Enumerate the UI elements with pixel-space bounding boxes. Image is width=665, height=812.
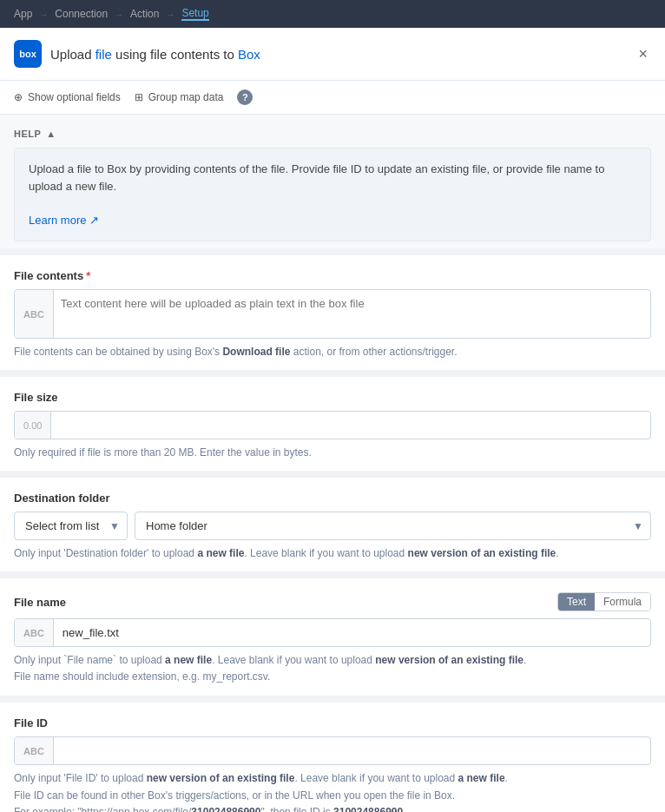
group-map-data-button[interactable]: ⊞ Group map data	[135, 88, 224, 107]
nav-arrow-2: →	[115, 10, 123, 19]
file-contents-input[interactable]	[54, 290, 650, 338]
folder-type-select-wrapper: Select from list Enter manually ▼	[14, 512, 128, 540]
file-size-section: File size 0.00 Only required if file is …	[0, 377, 665, 471]
header-title: Upload file using file contents to Box	[50, 47, 260, 62]
collapse-icon: ▲	[46, 129, 56, 139]
nav-label-action: Action	[130, 8, 159, 20]
file-contents-input-wrapper: ABC	[14, 289, 651, 339]
header-left: box Upload file using file contents to B…	[14, 40, 260, 68]
file-name-prefix: ABC	[15, 619, 54, 646]
required-indicator: *	[86, 269, 90, 282]
file-name-label: File name	[14, 596, 66, 609]
file-contents-hint: File contents can be obtained by using B…	[14, 344, 651, 360]
help-section: HELP ▲ Upload a file to Box by providing…	[0, 115, 665, 248]
nav-arrow-3: →	[166, 10, 174, 19]
nav-arrow-1: →	[39, 10, 48, 19]
divider-2	[0, 370, 665, 377]
file-id-input[interactable]	[54, 737, 650, 764]
nav-label-connection: Connection	[55, 8, 108, 20]
file-name-section: File name Text Formula ABC Only input `F…	[0, 578, 665, 696]
folder-row: Select from list Enter manually ▼ Home f…	[14, 512, 651, 540]
file-name-label-row: File name Text Formula	[14, 592, 651, 611]
divider-1	[0, 248, 665, 255]
formula-toggle-button[interactable]: Formula	[595, 593, 650, 611]
file-size-hint: Only required if file is more than 20 MB…	[14, 445, 651, 460]
nav-item-app[interactable]: App	[14, 8, 32, 20]
nav-item-action[interactable]: Action	[130, 8, 159, 20]
help-header[interactable]: HELP ▲	[14, 129, 651, 139]
box-link[interactable]: Box	[238, 47, 260, 62]
top-nav: App → Connection → Action → Setup	[0, 0, 665, 28]
file-size-prefix: 0.00	[15, 412, 51, 439]
file-link[interactable]: file	[95, 47, 112, 62]
file-name-input-wrapper: ABC	[14, 618, 651, 647]
file-id-input-wrapper: ABC	[14, 736, 651, 765]
file-size-input-wrapper: 0.00	[14, 411, 651, 439]
nav-label-setup: Setup	[181, 7, 208, 19]
page: App → Connection → Action → Setup box Up…	[0, 0, 665, 812]
divider-5	[0, 696, 665, 703]
file-size-label: File size	[14, 391, 651, 404]
file-name-toggle-group: Text Formula	[557, 592, 651, 611]
file-name-hint: Only input `File name` to upload a new f…	[14, 652, 651, 685]
text-toggle-button[interactable]: Text	[558, 593, 595, 611]
folder-type-select[interactable]: Select from list Enter manually	[15, 512, 127, 539]
file-name-input[interactable]	[54, 619, 650, 646]
learn-more-link[interactable]: Learn more ↗	[29, 214, 99, 227]
file-id-section: File ID ABC Only input 'File ID' to uplo…	[0, 703, 665, 812]
folder-value-select-wrapper: Home folder Root folder Other folder ▼	[135, 512, 651, 540]
destination-folder-label: Destination folder	[14, 492, 651, 505]
help-box: Upload a file to Box by providing conten…	[14, 148, 651, 241]
divider-4	[0, 571, 665, 578]
file-id-label: File ID	[14, 716, 651, 729]
folder-value-select[interactable]: Home folder Root folder Other folder	[135, 512, 650, 539]
destination-folder-hint: Only input 'Destination folder' to uploa…	[14, 545, 651, 561]
box-logo: box	[14, 40, 42, 68]
nav-item-setup[interactable]: Setup	[181, 7, 208, 21]
sub-toolbar: ⊕ Show optional fields ⊞ Group map data …	[0, 81, 665, 115]
destination-folder-section: Destination folder Select from list Ente…	[0, 478, 665, 571]
link-icon: ⊕	[14, 91, 23, 103]
file-contents-section: File contents * ABC File contents can be…	[0, 255, 665, 370]
divider-3	[0, 471, 665, 478]
show-optional-fields-button[interactable]: ⊕ Show optional fields	[14, 88, 121, 107]
file-contents-label: File contents *	[14, 269, 651, 282]
file-size-input[interactable]	[51, 412, 650, 439]
nav-label-app: App	[14, 8, 32, 20]
file-id-prefix: ABC	[15, 737, 54, 764]
file-id-hint: Only input 'File ID' to upload new versi…	[14, 770, 651, 812]
group-icon: ⊞	[135, 91, 143, 103]
help-icon[interactable]: ?	[237, 89, 253, 105]
nav-item-connection[interactable]: Connection	[55, 8, 108, 20]
header: box Upload file using file contents to B…	[0, 28, 665, 81]
file-contents-prefix: ABC	[15, 290, 54, 338]
close-button[interactable]: ×	[635, 42, 651, 67]
